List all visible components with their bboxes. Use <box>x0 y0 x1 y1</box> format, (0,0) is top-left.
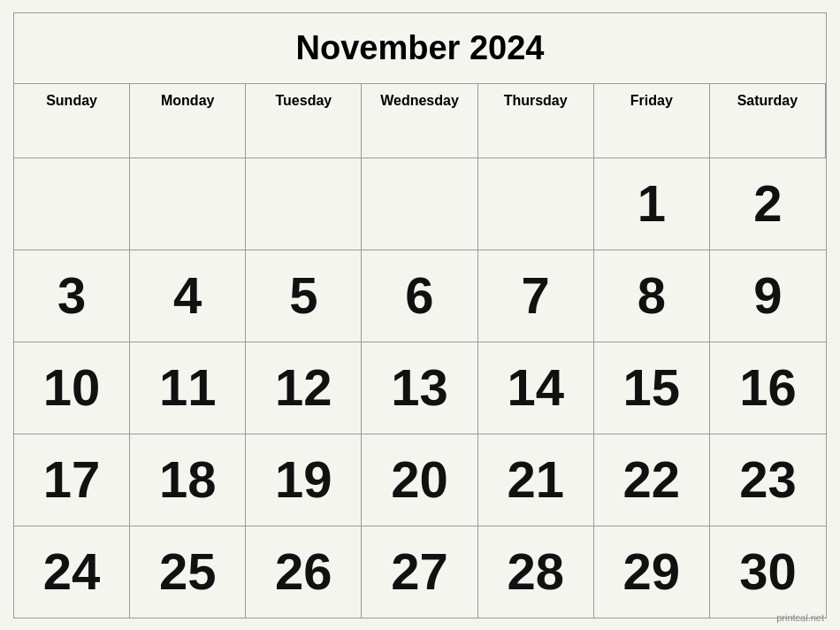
day-number: 13 <box>391 362 448 413</box>
day-number: 20 <box>391 454 448 505</box>
day-cell: 21 <box>478 434 594 526</box>
day-number: 5 <box>289 270 317 321</box>
watermark: printcal.net <box>776 612 824 623</box>
day-header-tuesday: Tuesday <box>246 84 362 158</box>
day-cell: 1 <box>594 158 710 250</box>
day-header-wednesday: Wednesday <box>362 84 477 158</box>
day-number: 19 <box>275 454 332 505</box>
day-cell <box>130 158 246 250</box>
day-number: 17 <box>43 454 101 505</box>
day-cell: 19 <box>246 434 362 526</box>
day-cell: 16 <box>710 342 826 434</box>
day-number: 2 <box>753 178 782 229</box>
day-cell: 17 <box>14 434 130 526</box>
day-cell: 13 <box>362 342 477 434</box>
day-number: 25 <box>159 546 217 597</box>
day-number: 24 <box>43 546 101 597</box>
day-cell: 27 <box>362 526 477 618</box>
day-cell <box>14 158 130 250</box>
day-cell: 14 <box>478 342 594 434</box>
day-number: 10 <box>43 362 101 413</box>
day-cell <box>362 158 477 250</box>
day-number: 14 <box>507 362 564 413</box>
day-cell: 30 <box>710 526 826 618</box>
day-cell: 8 <box>594 250 710 342</box>
day-cell: 4 <box>130 250 246 342</box>
day-number: 8 <box>638 270 666 321</box>
day-cell: 25 <box>130 526 246 618</box>
day-number: 11 <box>159 362 217 413</box>
day-number: 1 <box>638 178 666 229</box>
day-cell: 18 <box>130 434 246 526</box>
day-cell: 9 <box>710 250 826 342</box>
day-cell: 5 <box>246 250 362 342</box>
day-number: 15 <box>623 362 681 413</box>
day-cell: 3 <box>14 250 130 342</box>
day-number: 9 <box>753 270 782 321</box>
day-cell: 7 <box>478 250 594 342</box>
day-cell: 2 <box>710 158 826 250</box>
day-number: 22 <box>623 454 681 505</box>
day-header-saturday: Saturday <box>710 84 826 158</box>
day-cell: 26 <box>246 526 362 618</box>
day-cell: 11 <box>130 342 246 434</box>
day-number: 16 <box>739 362 797 413</box>
day-header-friday: Friday <box>594 84 710 158</box>
day-number: 4 <box>173 270 202 321</box>
day-number: 23 <box>739 454 797 505</box>
day-cell: 20 <box>362 434 477 526</box>
day-number: 28 <box>507 546 564 597</box>
day-cell: 12 <box>246 342 362 434</box>
day-number: 12 <box>275 362 332 413</box>
day-number: 21 <box>507 454 564 505</box>
day-cell <box>246 158 362 250</box>
day-cell: 23 <box>710 434 826 526</box>
day-cell: 24 <box>14 526 130 618</box>
day-number: 29 <box>623 546 681 597</box>
day-cell: 28 <box>478 526 594 618</box>
day-number: 30 <box>739 546 797 597</box>
day-number: 6 <box>405 270 433 321</box>
day-cell: 22 <box>594 434 710 526</box>
calendar: November 2024 SundayMondayTuesdayWednesd… <box>13 12 827 618</box>
day-header-monday: Monday <box>130 84 246 158</box>
day-number: 27 <box>391 546 448 597</box>
day-number: 26 <box>275 546 332 597</box>
day-number: 18 <box>159 454 217 505</box>
day-number: 3 <box>57 270 86 321</box>
calendar-title: November 2024 <box>14 13 826 84</box>
day-cell: 6 <box>362 250 477 342</box>
calendar-grid: SundayMondayTuesdayWednesdayThursdayFrid… <box>14 84 826 618</box>
day-cell: 15 <box>594 342 710 434</box>
day-cell: 10 <box>14 342 130 434</box>
day-cell: 29 <box>594 526 710 618</box>
day-cell <box>478 158 594 250</box>
day-header-thursday: Thursday <box>478 84 594 158</box>
day-header-sunday: Sunday <box>14 84 130 158</box>
day-number: 7 <box>522 270 550 321</box>
